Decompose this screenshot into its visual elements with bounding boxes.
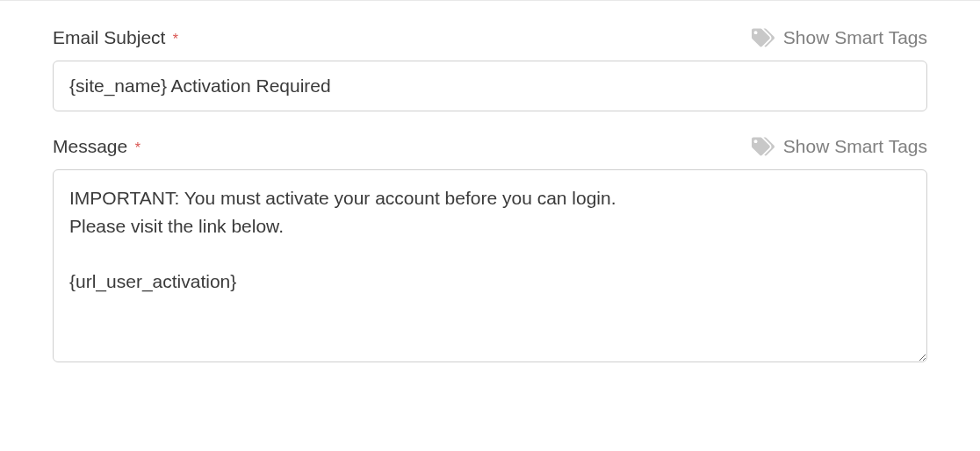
email-subject-label: Email Subject xyxy=(53,27,165,47)
show-smart-tags-label: Show Smart Tags xyxy=(783,136,927,157)
message-label-wrap: Message * xyxy=(53,136,141,157)
message-field-group: Message * Show Smart Tags IMPORTANT: You… xyxy=(53,136,927,366)
required-mark: * xyxy=(173,32,178,47)
message-textarea[interactable]: IMPORTANT: You must activate your accoun… xyxy=(53,169,927,362)
email-subject-field-group: Email Subject * Show Smart Tags xyxy=(53,27,927,111)
email-subject-label-wrap: Email Subject * xyxy=(53,27,178,48)
tags-icon xyxy=(752,137,775,156)
tags-icon xyxy=(752,28,775,47)
required-mark: * xyxy=(135,140,141,155)
show-smart-tags-message[interactable]: Show Smart Tags xyxy=(752,136,927,157)
show-smart-tags-subject[interactable]: Show Smart Tags xyxy=(752,27,927,48)
email-settings-form: Email Subject * Show Smart Tags Message … xyxy=(0,0,980,417)
email-subject-input[interactable] xyxy=(53,61,927,111)
email-subject-label-row: Email Subject * Show Smart Tags xyxy=(53,27,927,48)
message-label-row: Message * Show Smart Tags xyxy=(53,136,927,157)
message-label: Message xyxy=(53,136,127,156)
show-smart-tags-label: Show Smart Tags xyxy=(783,27,927,48)
